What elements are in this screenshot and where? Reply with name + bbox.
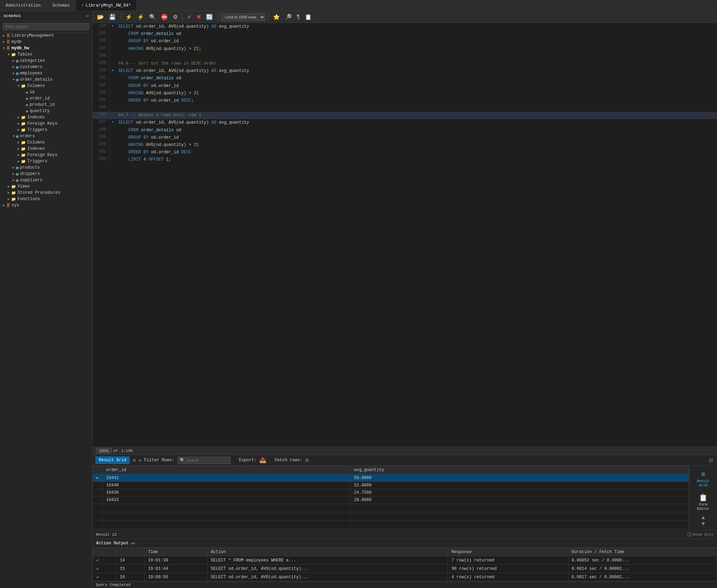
- snippet-button[interactable]: 📋: [303, 13, 313, 21]
- code-line-185: 185 FROM order_details od: [93, 30, 717, 38]
- sidebar-item-customers[interactable]: ▶ ▦ customers: [0, 64, 92, 70]
- sidebar-item-columns-orders[interactable]: ▶ 📁 Columns: [0, 139, 92, 146]
- sidebar-item-employees[interactable]: ▶ ▦ employees: [0, 70, 92, 76]
- schemas-title: SCHEMAS: [3, 14, 21, 18]
- code-editor[interactable]: 184 ● SELECT od.order_id, AVG(od.quantit…: [93, 23, 717, 447]
- action-col-action: Action: [207, 548, 448, 556]
- table-row[interactable]: 10436 24.7500: [93, 489, 689, 497]
- sidebar-item-indexes-orders[interactable]: ▶ 📁 Indexes: [0, 146, 92, 152]
- fetch-rows-icon[interactable]: ⊞: [305, 457, 309, 464]
- sidebar-item-stored-procedures[interactable]: ▶ 📁 Stored Procedures: [0, 190, 92, 196]
- sidebar-item-col-quantity[interactable]: ▶ ◆ quantity: [0, 108, 92, 114]
- action-duration-16: 0.0017 sec / 0.00002...: [568, 573, 717, 581]
- sidebar-item-order-details[interactable]: ▼ ▦ order_details: [0, 76, 92, 83]
- sidebar-item-mydbhw[interactable]: ▼ 🗄 mydb_hw: [0, 45, 92, 51]
- cell-empty: [93, 512, 103, 521]
- line-marker-187: [110, 45, 116, 53]
- sidebar-item-tables[interactable]: ▼ 📁 Tables: [0, 51, 92, 58]
- sidebar-item-indexes-od[interactable]: ▶ 📁 Indexes: [0, 114, 92, 120]
- commit-button[interactable]: ✔: [185, 13, 193, 21]
- code-line-195: 195: [93, 104, 717, 112]
- wrench-icon[interactable]: ⇄: [139, 457, 141, 463]
- label-triggers-od: Triggers: [27, 127, 47, 132]
- sidebar-item-col-id[interactable]: ▶ ◆ id: [0, 89, 92, 95]
- label-col-quantity: quantity: [30, 109, 50, 113]
- table-row: [93, 504, 689, 512]
- action-time-15: 19:01:44: [145, 565, 207, 573]
- line-num-190: 190: [93, 67, 110, 75]
- sidebar-item-products[interactable]: ▶ ▦ products: [0, 164, 92, 171]
- find-button[interactable]: 🔎: [283, 13, 294, 21]
- result-grid-tab[interactable]: Result Grid: [95, 456, 130, 464]
- limit-select[interactable]: Limit to 1000 rows Limit to 200 rows Don…: [221, 13, 265, 21]
- line-marker-191: [110, 75, 116, 82]
- zoom-stepper-icon[interactable]: ▲▼: [113, 449, 118, 453]
- action-output: Action Output ▲▼ Time Action Response Du…: [93, 539, 717, 581]
- code-line-202: 202 LIMIT 4 OFFSET 1;: [93, 156, 717, 163]
- sidebar-item-orders[interactable]: ▼ ▦ orders: [0, 133, 92, 139]
- table-row[interactable]: 10440 52.0000: [93, 482, 689, 489]
- table-icon-categories: ▦: [16, 59, 19, 63]
- sidebar-item-col-order-id[interactable]: ▶ ◆ order_id: [0, 95, 92, 102]
- down-arrow-icon[interactable]: ▼: [702, 521, 705, 527]
- table-row[interactable]: ▶ 10441 50.0000: [93, 474, 689, 482]
- sidebar-item-mydb[interactable]: ▶ 🗄 mydb: [0, 39, 92, 45]
- resize-icon[interactable]: ⊡: [709, 456, 713, 464]
- sidebar-item-categories[interactable]: ▶ ▦ categories: [0, 58, 92, 64]
- execute-selection-button[interactable]: ⚡: [135, 13, 146, 21]
- bookmark-button[interactable]: ⭐: [271, 13, 282, 21]
- line-content-185: FROM order_details od: [116, 30, 717, 38]
- cell-empty: [93, 504, 103, 512]
- settings-button[interactable]: ⚙: [171, 13, 179, 21]
- db-icon-sys: 🗄: [6, 203, 10, 208]
- sidebar: SCHEMAS ⇄ ▶ 🗄 LibraryManagement ▶ 🗄 mydb: [0, 11, 93, 588]
- label-columns-orders: Columns: [27, 140, 45, 145]
- action-sort-icon[interactable]: ▲▼: [131, 542, 135, 545]
- sidebar-item-suppliers[interactable]: ▶ ▦ suppliers: [0, 177, 92, 183]
- label-stored-procs: Stored Procedures: [17, 190, 60, 195]
- results-table-container[interactable]: order_id avg_quantity ▶ 10441 50.0000: [93, 466, 689, 530]
- sidebar-item-fkeys-orders[interactable]: ▶ 📁 Foreign Keys: [0, 152, 92, 158]
- refresh-button[interactable]: 🔄: [204, 13, 215, 21]
- side-arrows: ▲ ▼: [702, 515, 705, 527]
- explain-button[interactable]: 🔍: [147, 13, 158, 21]
- sidebar-item-columns-od[interactable]: ▼ 📁 Columns: [0, 83, 92, 89]
- table-icon-order-details: ▦: [16, 78, 19, 82]
- label-mydbhw: mydb_hw: [12, 46, 29, 51]
- result-grid-side-btn[interactable]: ≡ Result Grid: [691, 469, 716, 490]
- save-button[interactable]: 💾: [107, 13, 118, 21]
- sidebar-item-shippers[interactable]: ▶ ▦ shippers: [0, 171, 92, 177]
- sidebar-item-fkeys-od[interactable]: ▶ 📁 Foreign Keys: [0, 120, 92, 127]
- tab-library[interactable]: ⚡ LibraryMngt_HW_04*: [76, 0, 137, 11]
- action-row[interactable]: ✔ 16 19:09:50 SELECT od.order_id, AVG(od…: [93, 573, 717, 581]
- stop-button[interactable]: ⛔: [159, 13, 170, 21]
- sidebar-item-triggers-orders[interactable]: ▶ 📁 Triggers: [0, 158, 92, 164]
- zoom-input[interactable]: [96, 448, 112, 454]
- result-grid-icon: ≡: [701, 471, 705, 479]
- open-file-button[interactable]: 📂: [95, 13, 106, 21]
- table-row[interactable]: 10433 28.0000: [93, 497, 689, 504]
- cell-order-id: 10441: [103, 474, 350, 482]
- label-functions: Functions: [17, 197, 40, 201]
- execute-button[interactable]: ⚡: [124, 13, 134, 21]
- arrow-order-details: ▼: [11, 78, 16, 82]
- format-button[interactable]: ¶: [295, 13, 302, 21]
- sidebar-item-triggers-od[interactable]: ▶ 📁 Triggers: [0, 127, 92, 133]
- filter-search-input[interactable]: [186, 458, 228, 462]
- export-icon[interactable]: 📤: [259, 457, 266, 464]
- tab-administration[interactable]: Administration: [0, 0, 47, 11]
- sidebar-item-sys[interactable]: ▶ 🗄 sys: [0, 202, 92, 208]
- action-row[interactable]: ✔ 15 19:01:44 SELECT od.order_id, AVG(od…: [93, 565, 717, 573]
- action-row[interactable]: ✔ 14 19:01:30 SELECT * FROM employees WH…: [93, 556, 717, 565]
- sidebar-item-functions[interactable]: ▶ 📁 Functions: [0, 196, 92, 202]
- up-arrow-icon[interactable]: ▲: [702, 515, 705, 521]
- sidebar-item-views[interactable]: ▶ 📁 Views: [0, 183, 92, 190]
- sidebar-item-librarymgmt[interactable]: ▶ 🗄 LibraryManagement: [0, 32, 92, 39]
- sidebar-item-col-product-id[interactable]: ▶ ◆ product_id: [0, 102, 92, 108]
- rollback-button[interactable]: ✖: [195, 13, 203, 21]
- result-grid-tab-label: Result Grid: [99, 458, 126, 463]
- form-editor-side-btn[interactable]: 📋 Form Editor: [691, 491, 716, 513]
- sidebar-toggle-icon[interactable]: ⇄: [86, 13, 89, 19]
- tab-schemas[interactable]: Schemas: [47, 0, 76, 11]
- sidebar-search-input[interactable]: [3, 23, 89, 30]
